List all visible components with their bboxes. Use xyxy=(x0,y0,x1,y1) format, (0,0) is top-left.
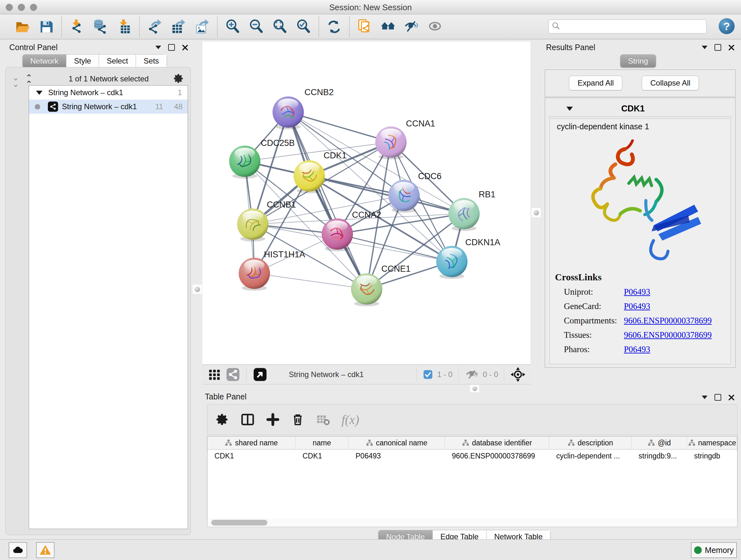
crosslink-row: GeneCard:P06493 xyxy=(564,301,731,311)
column-header-description[interactable]: description xyxy=(549,436,631,449)
warning-button[interactable] xyxy=(36,542,55,558)
network-row[interactable]: String Network – cdk1 11 48 xyxy=(29,100,188,114)
node-RB1[interactable]: RB1 xyxy=(448,190,495,231)
refresh-icon[interactable] xyxy=(325,18,343,36)
network-edge-count: 48 xyxy=(174,102,183,111)
hide-selected-icon[interactable] xyxy=(403,18,421,36)
crosslink-value-link[interactable]: P06493 xyxy=(624,345,650,354)
zoom-fit-icon[interactable] xyxy=(271,18,289,36)
results-panel-close-icon[interactable] xyxy=(728,44,735,51)
collapse-all-button[interactable]: Collapse All xyxy=(642,76,699,90)
column-header--id[interactable]: @id xyxy=(631,436,687,449)
column-header-name[interactable]: name xyxy=(295,436,348,449)
expand-all-button[interactable]: Expand All xyxy=(569,76,622,90)
memory-button[interactable]: Memory xyxy=(691,542,737,558)
toolbar-separator xyxy=(349,17,350,37)
import-database-icon[interactable] xyxy=(91,18,110,36)
search-input[interactable] xyxy=(560,22,706,31)
share-view-icon[interactable] xyxy=(226,368,240,381)
results-actions-box: Expand All Collapse All xyxy=(545,70,736,97)
table-panel-float-icon[interactable] xyxy=(715,394,721,401)
network-collection-row[interactable]: String Network – cdk1 1 xyxy=(29,85,188,100)
table-cell: stringdb xyxy=(687,449,737,462)
bottom-splitter-handle[interactable] xyxy=(469,384,480,393)
selected-count: 1 - 0 xyxy=(437,370,453,379)
zoom-selected-icon[interactable] xyxy=(294,18,313,36)
zoom-out-icon[interactable] xyxy=(247,18,265,36)
crosslink-value-link[interactable]: P06493 xyxy=(624,287,650,297)
column-header-canonical-name[interactable]: canonical name xyxy=(348,436,445,449)
crosslink-value-link[interactable]: 9606.ENSP00000378699 xyxy=(624,316,712,326)
column-header-database-identifier[interactable]: database identifier xyxy=(445,436,549,449)
gear-icon[interactable] xyxy=(216,413,229,426)
crosslink-value-link[interactable]: P06493 xyxy=(624,301,650,311)
tab-string[interactable]: String xyxy=(620,54,656,68)
results-panel-menu-icon[interactable] xyxy=(702,46,708,49)
tab-select[interactable]: Select xyxy=(99,54,136,68)
show-all-icon[interactable] xyxy=(427,18,445,36)
edge-HIST1H1A-CCNE1[interactable] xyxy=(254,273,367,289)
memory-status-dot xyxy=(694,546,702,554)
crosslink-row: Tissues:9606.ENSP00000378699 xyxy=(564,330,731,340)
home-icon[interactable] xyxy=(380,18,397,36)
results-panel-float-icon[interactable] xyxy=(715,44,721,51)
node-CDK1[interactable]: CDK1 xyxy=(293,151,347,193)
edge-CCNB2-CCNE1[interactable] xyxy=(288,112,367,289)
table-panel-close-icon[interactable] xyxy=(728,394,735,401)
control-panel-menu-icon[interactable] xyxy=(155,46,161,49)
tab-sets[interactable]: Sets xyxy=(136,54,167,68)
node-CCNA1[interactable]: CCNA1 xyxy=(375,119,435,159)
add-icon[interactable] xyxy=(266,413,280,426)
tab-network[interactable]: Network xyxy=(22,54,66,68)
table-hscrollbar-thumb[interactable] xyxy=(211,520,267,525)
columns-icon[interactable] xyxy=(241,413,255,427)
crosshair-icon[interactable] xyxy=(511,367,525,382)
node-CDKN1A[interactable]: CDKN1A xyxy=(436,238,500,279)
right-splitter-handle[interactable] xyxy=(531,207,541,218)
node-label-CDC6: CDC6 xyxy=(418,172,442,181)
left-splitter-handle[interactable] xyxy=(192,284,202,294)
zoom-in-icon[interactable] xyxy=(224,18,242,36)
node-label-HIST1H1A: HIST1H1A xyxy=(264,250,305,259)
node-HIST1H1A[interactable]: HIST1H1A xyxy=(239,250,305,291)
export-network-icon[interactable] xyxy=(146,18,164,36)
delete-icon[interactable] xyxy=(291,413,305,426)
collection-expander-icon[interactable] xyxy=(36,91,43,95)
hidden-eye-icon[interactable] xyxy=(465,368,478,381)
table-row[interactable]: CDK1CDK1P064939606.ENSP00000378699cyclin… xyxy=(207,449,737,462)
edge-CCNB2-CCNA1[interactable] xyxy=(288,112,391,142)
search-box[interactable] xyxy=(548,19,706,34)
birdseye-icon[interactable] xyxy=(253,368,267,381)
column-header-namespace[interactable]: namespace xyxy=(687,436,737,449)
export-table-icon[interactable] xyxy=(170,18,187,36)
selected-checkbox-icon[interactable] xyxy=(423,370,433,379)
clone-network-icon[interactable] xyxy=(356,18,374,36)
import-table-icon[interactable] xyxy=(115,18,133,36)
control-panel-float-icon[interactable] xyxy=(168,44,175,51)
open-file-icon[interactable] xyxy=(14,18,31,36)
grid-icon[interactable] xyxy=(208,368,221,381)
entry-header[interactable]: CDK1 xyxy=(549,101,731,116)
table-hscrollbar[interactable] xyxy=(207,518,738,527)
edge-CDK1-RB1[interactable] xyxy=(309,176,464,213)
save-session-icon[interactable] xyxy=(37,18,55,36)
entry-expander-icon[interactable] xyxy=(566,107,573,111)
help-button[interactable]: ? xyxy=(719,18,735,34)
network-canvas[interactable]: CCNB2 CCNA1 CDC25B CDK1 CDC6 RB1 xyxy=(202,42,530,364)
cloud-button[interactable] xyxy=(9,542,27,558)
column-header-shared-name[interactable]: shared name xyxy=(207,436,295,449)
crosslink-value-link[interactable]: 9606.ENSP00000378699 xyxy=(624,330,712,340)
table-panel-menu-icon[interactable] xyxy=(702,395,708,399)
table-cell: cyclin-dependent ... xyxy=(549,449,631,462)
control-panel-close-icon[interactable] xyxy=(182,44,188,51)
export-image-icon[interactable] xyxy=(193,18,211,36)
crosslink-row: Compartments:9606.ENSP00000378699 xyxy=(564,316,731,326)
node-CCNE1[interactable]: CCNE1 xyxy=(351,264,411,306)
tab-style[interactable]: Style xyxy=(66,54,99,68)
crosslink-row: Pharos:P06493 xyxy=(564,345,731,354)
node-CDC25B[interactable]: CDC25B xyxy=(229,138,295,179)
network-options-gear-icon[interactable] xyxy=(173,73,184,85)
collapse-all-networks-icon[interactable]: ⌄⌄ xyxy=(12,74,18,87)
node-CCNB1[interactable]: CCNB1 xyxy=(237,200,296,241)
import-network-icon[interactable] xyxy=(68,18,86,36)
